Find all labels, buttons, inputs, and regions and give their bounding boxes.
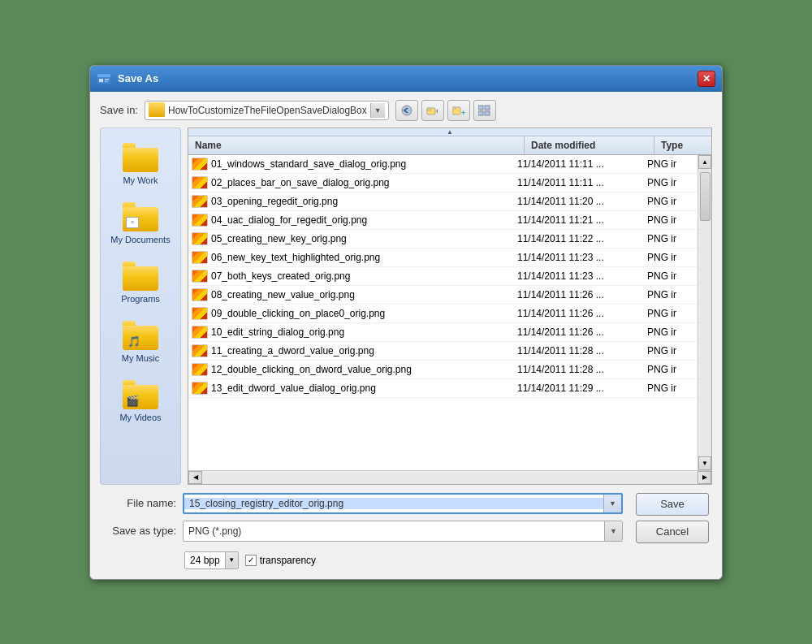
file-name-text: 13_edit_dword_value_dialog_orig.png — [211, 383, 376, 394]
file-type-text: PNG ir — [641, 195, 698, 208]
column-header-name[interactable]: Name — [188, 136, 525, 154]
transparency-checkbox-area[interactable]: ✓ transparency — [245, 555, 316, 566]
file-cell-name: 04_uac_dialog_for_regedit_orig.png — [188, 213, 511, 227]
file-row[interactable]: 12_double_clicking_on_dword_value_orig.p… — [188, 361, 698, 379]
file-row[interactable]: 02_places_bar_on_save_dialog_orig.png11/… — [188, 174, 698, 192]
transparency-checkbox[interactable]: ✓ — [245, 555, 257, 566]
svg-rect-1 — [97, 74, 110, 77]
save-as-type-combo[interactable]: PNG (*.png) ▼ — [183, 521, 623, 542]
cancel-button[interactable]: Cancel — [636, 521, 709, 543]
file-cell-name: 09_double_clicking_on_place0_orig.png — [188, 306, 511, 321]
file-name-text: 02_places_bar_on_save_dialog_orig.png — [211, 177, 390, 188]
file-type-text: PNG ir — [641, 158, 698, 171]
file-date-text: 11/14/2011 11:20 ... — [511, 195, 641, 208]
main-area: My Work ≡ My Documents — [100, 128, 712, 485]
save-in-label: Save in: — [100, 104, 138, 116]
file-row[interactable]: 09_double_clicking_on_place0_orig.png11/… — [188, 305, 698, 323]
file-row[interactable]: 05_creating_new_key_orig.png11/14/2011 1… — [188, 230, 698, 249]
file-row[interactable]: 11_creating_a_dword_value_orig.png11/14/… — [188, 342, 698, 361]
file-name-text: 11_creating_a_dword_value_orig.png — [211, 345, 374, 357]
file-list-scroll[interactable]: 01_windows_standard_save_dialog_orig.png… — [188, 155, 698, 470]
save-in-row: Save in: HowToCustomizeTheFileOpenSaveDi… — [100, 100, 712, 121]
file-list-area: ▲ Name Date modified Type 01_windows_sta… — [188, 128, 712, 485]
file-thumbnail — [192, 307, 208, 320]
file-type-text: PNG ir — [641, 232, 698, 245]
up-button[interactable] — [421, 100, 444, 121]
file-date-text: 11/14/2011 11:26 ... — [511, 288, 641, 301]
file-name-value[interactable]: 15_closing_registry_editor_orig.png — [184, 498, 603, 509]
svg-rect-4 — [105, 81, 107, 82]
transparency-label: transparency — [260, 555, 316, 566]
save-in-folder-icon — [149, 104, 165, 117]
file-date-text: 11/14/2011 11:21 ... — [511, 214, 641, 227]
title-bar-text: Save As — [118, 72, 691, 84]
save-in-combo[interactable]: HowToCustomizeTheFileOpenSaveDialogBox ▼ — [145, 101, 389, 120]
sidebar-item-programs[interactable]: Programs — [101, 253, 180, 313]
file-row[interactable]: 10_edit_string_dialog_orig.png11/14/2011… — [188, 323, 698, 342]
scroll-down-btn[interactable]: ▼ — [698, 456, 711, 470]
file-thumbnail — [192, 176, 208, 189]
back-button[interactable] — [395, 100, 418, 121]
file-name-text: 05_creating_new_key_orig.png — [211, 233, 347, 244]
hscroll-track[interactable] — [202, 471, 698, 484]
file-name-text: 12_double_clicking_on_dword_value_orig.p… — [211, 364, 412, 375]
file-type-text: PNG ir — [641, 363, 698, 376]
file-row[interactable]: 04_uac_dialog_for_regedit_orig.png11/14/… — [188, 211, 698, 230]
save-as-type-label: Save as type: — [103, 525, 176, 537]
file-row[interactable]: 03_opening_regedit_orig.png11/14/2011 11… — [188, 192, 698, 211]
file-cell-name: 06_new_key_text_highlighted_orig.png — [188, 250, 511, 265]
svg-rect-11 — [478, 106, 483, 110]
title-bar: Save As ✕ — [90, 66, 722, 92]
save-as-type-dropdown-arrow[interactable]: ▼ — [604, 521, 622, 541]
file-thumbnail — [192, 195, 208, 208]
file-row[interactable]: 01_windows_standard_save_dialog_orig.png… — [188, 155, 698, 174]
toolbar-buttons: + — [395, 100, 496, 121]
svg-rect-2 — [99, 79, 103, 82]
file-row[interactable]: 13_edit_dword_value_dialog_orig.png11/14… — [188, 379, 698, 398]
column-header-date[interactable]: Date modified — [525, 136, 654, 154]
file-name-text: 07_both_keys_created_orig.png — [211, 270, 350, 282]
sidebar-item-my-work[interactable]: My Work — [101, 135, 180, 194]
save-button[interactable]: Save — [636, 493, 709, 516]
hscroll-left-btn[interactable]: ◀ — [188, 471, 202, 484]
file-date-text: 11/14/2011 11:11 ... — [511, 176, 641, 189]
scroll-up-btn[interactable]: ▲ — [698, 155, 711, 169]
svg-rect-3 — [105, 79, 109, 80]
file-thumbnail — [192, 382, 208, 395]
file-thumbnail — [192, 214, 208, 227]
save-in-dropdown-arrow[interactable]: ▼ — [370, 103, 385, 118]
file-row[interactable]: 06_new_key_text_highlighted_orig.png11/1… — [188, 249, 698, 267]
file-type-text: PNG ir — [641, 176, 698, 189]
close-button[interactable]: ✕ — [698, 71, 715, 87]
file-date-text: 11/14/2011 11:11 ... — [511, 158, 641, 171]
file-cell-name: 05_creating_new_key_orig.png — [188, 231, 511, 246]
svg-rect-12 — [485, 106, 490, 110]
file-type-text: PNG ir — [641, 270, 698, 283]
bpp-dropdown-arrow[interactable]: ▼ — [225, 552, 238, 568]
scroll-thumb[interactable] — [700, 172, 710, 221]
dialog-body: Save in: HowToCustomizeTheFileOpenSaveDi… — [90, 92, 722, 579]
file-cell-name: 01_windows_standard_save_dialog_orig.png — [188, 157, 511, 171]
file-row[interactable]: 07_both_keys_created_orig.png11/14/2011 … — [188, 267, 698, 286]
my-work-icon — [123, 143, 158, 172]
hscroll-right-btn[interactable]: ▶ — [698, 471, 711, 484]
view-button[interactable] — [473, 100, 496, 121]
new-folder-button[interactable]: + — [447, 100, 470, 121]
file-row[interactable]: 08_creating_new_value_orig.png11/14/2011… — [188, 286, 698, 305]
sidebar-item-my-documents[interactable]: ≡ My Documents — [101, 194, 180, 253]
file-cell-name: 13_edit_dword_value_dialog_orig.png — [188, 381, 511, 395]
file-name-combo[interactable]: 15_closing_registry_editor_orig.png ▼ — [183, 493, 623, 514]
file-name-dropdown-arrow[interactable]: ▼ — [603, 495, 621, 512]
my-videos-icon: 🎬 — [123, 380, 158, 409]
bpp-value: 24 bpp — [185, 555, 225, 566]
sidebar-item-my-music[interactable]: 🎵 My Music — [101, 313, 180, 372]
column-header-type[interactable]: Type — [654, 136, 711, 154]
file-name-text: 01_windows_standard_save_dialog_orig.png — [211, 158, 406, 170]
file-date-text: 11/14/2011 11:26 ... — [511, 307, 641, 320]
horizontal-scrollbar[interactable]: ◀ ▶ — [188, 470, 711, 484]
bpp-combo[interactable]: 24 bpp ▼ — [184, 551, 239, 569]
sidebar-item-my-videos[interactable]: 🎬 My Videos — [101, 372, 180, 431]
scroll-track[interactable] — [698, 169, 711, 456]
vertical-scrollbar[interactable]: ▲ ▼ — [698, 155, 711, 470]
file-cell-name: 08_creating_new_value_orig.png — [188, 287, 511, 302]
